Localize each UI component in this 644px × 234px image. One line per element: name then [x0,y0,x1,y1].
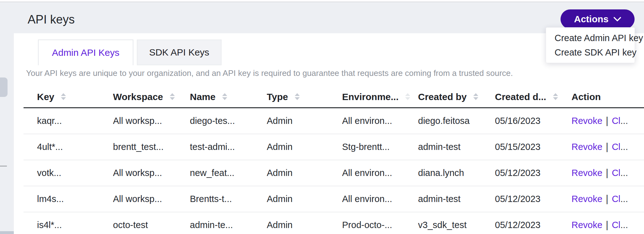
clone-link-text: Cl [612,168,620,178]
menu-item-create-sdk-api-key[interactable]: Create SDK API key [546,45,635,60]
cell-environment: All environ... [342,186,418,212]
cell-created-by: admin-test [418,134,495,160]
cell-created-date: 05/12/2023 [495,212,572,234]
column-header-workspace[interactable]: Workspace [113,85,190,108]
cell-created-date: 05/12/2023 [495,186,572,212]
cell-key: 4ult*... [24,134,113,160]
cell-workspace: All worksp... [113,108,190,134]
action-separator: | [606,115,608,126]
api-keys-table: Key Workspace Name Type Environme... [24,85,644,234]
cell-environment: Stg-brentt... [342,134,418,160]
column-label: Type [267,92,288,102]
cell-key: kaqr... [24,108,113,134]
clone-link-text: Cl [612,220,620,230]
cell-created-date: 05/16/2023 [495,108,572,134]
cell-type: Admin [267,160,342,186]
chevron-down-icon [614,17,621,21]
cell-type: Admin [267,108,342,134]
cell-created-by: diego.feitosa [418,108,495,134]
rail-bottom-block [0,231,14,234]
clone-link[interactable]: Cl... [612,168,628,178]
cell-key: lm4s... [24,186,113,212]
cell-created-by: admin-test [418,186,495,212]
clone-link-text: Cl [612,116,620,126]
table-row: 4ult*... brentt_test... test-admi... Adm… [24,134,644,160]
table-row: lm4s... All worksp... Brentts-t... Admin… [24,186,644,212]
truncation-ellipsis: ... [620,194,628,204]
column-header-created-by[interactable]: Created by [418,85,495,108]
sort-icon [553,93,558,100]
cell-workspace: All worksp... [113,186,190,212]
action-separator: | [606,141,608,152]
truncation-ellipsis: ... [620,220,628,230]
action-cell: Revoke|Cl... [572,160,644,186]
content-card: Admin API Keys SDK API Keys Your API key… [14,33,644,234]
column-label: Name [190,92,216,102]
cell-workspace: octo-test [113,212,190,234]
action-separator: | [606,167,608,178]
scrollbar-thumb[interactable] [0,77,8,97]
cell-type: Admin [267,212,342,234]
sort-icon [473,93,478,100]
revoke-link[interactable]: Revoke [572,168,602,178]
column-label: Action [572,92,601,102]
column-header-key[interactable]: Key [24,85,113,108]
action-cell: Revoke|Cl... [572,186,644,212]
action-separator: | [606,219,608,230]
cell-environment: All environ... [342,160,418,186]
table-row: kaqr... All worksp... diego-tes... Admin… [24,108,644,134]
cell-environment: Prod-octo-... [342,212,418,234]
cell-name: diego-tes... [190,108,267,134]
tab-sdk-api-keys[interactable]: SDK API Keys [137,40,222,65]
truncation-ellipsis: ... [620,142,628,152]
column-header-type[interactable]: Type [267,85,342,108]
clone-link[interactable]: Cl... [612,142,628,152]
tab-admin-api-keys[interactable]: Admin API Keys [38,40,133,65]
table-header-row: Key Workspace Name Type Environme... [24,85,644,108]
column-header-created-date[interactable]: Created d... [495,85,572,108]
sort-icon [170,93,175,100]
cell-workspace: brentt_test... [113,134,190,160]
cell-type: Admin [267,186,342,212]
action-separator: | [606,193,608,204]
cell-key: is4l*... [24,212,113,234]
cell-created-date: 05/12/2023 [495,160,572,186]
cell-name: Brentts-t... [190,186,267,212]
column-label: Key [37,92,54,102]
clone-link[interactable]: Cl... [612,220,628,230]
cell-name: admin-te... [190,212,267,234]
column-label: Created by [418,92,467,102]
truncation-ellipsis: ... [620,168,628,178]
revoke-link[interactable]: Revoke [572,116,602,126]
truncation-ellipsis: ... [620,116,628,126]
actions-button[interactable]: Actions [561,9,635,29]
clone-link[interactable]: Cl... [612,116,628,126]
clone-link-text: Cl [612,142,620,152]
cell-name: new_feat... [190,160,267,186]
cell-created-date: 05/15/2023 [495,134,572,160]
cell-key: votk... [24,160,113,186]
revoke-link[interactable]: Revoke [572,142,602,152]
column-header-environment[interactable]: Environme... [342,85,418,108]
clone-link[interactable]: Cl... [612,194,628,204]
clone-link-text: Cl [612,194,620,204]
action-cell: Revoke|Cl... [572,212,644,234]
cell-type: Admin [267,134,342,160]
table-row: is4l*... octo-test admin-te... Admin Pro… [24,212,644,234]
column-label: Environme... [342,92,399,102]
sort-icon [222,93,227,100]
column-header-name[interactable]: Name [190,85,267,108]
table-row: votk... All worksp... new_feat... Admin … [24,160,644,186]
actions-menu: Create Admin API key Create SDK API key [546,27,635,63]
revoke-link[interactable]: Revoke [572,194,602,204]
description: Your API keys are unique to your organiz… [26,68,644,78]
column-header-action: Action [572,85,644,108]
cell-environment: All environ... [342,108,418,134]
cell-workspace: All worksp... [113,160,190,186]
column-label: Created d... [495,92,546,102]
actions-button-label: Actions [574,14,609,24]
cell-created-by: diana.lynch [418,160,495,186]
revoke-link[interactable]: Revoke [572,220,602,230]
page-title: API keys [28,11,75,28]
menu-item-create-admin-api-key[interactable]: Create Admin API key [546,31,635,45]
